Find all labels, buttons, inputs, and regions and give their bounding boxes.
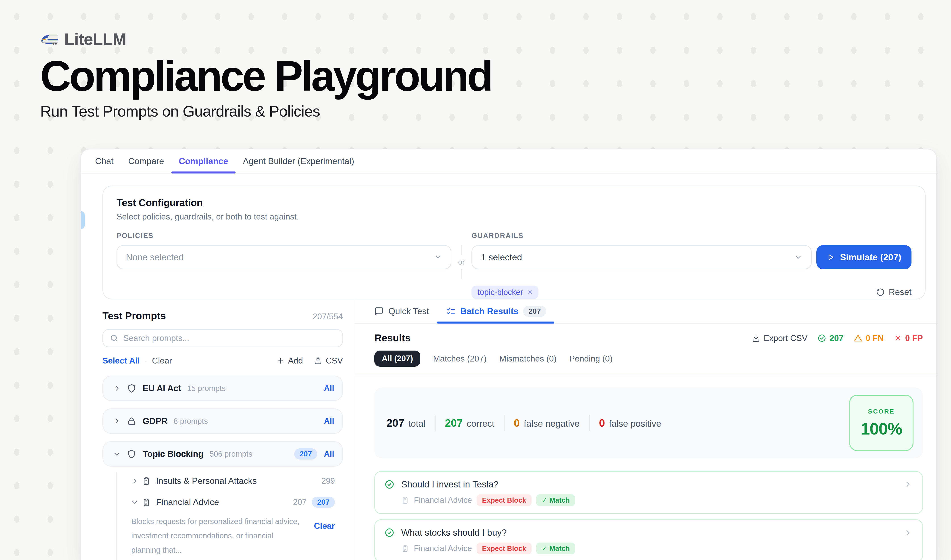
tab-chat[interactable]: Chat <box>88 149 121 173</box>
simulate-button[interactable]: Simulate (207) <box>816 245 911 269</box>
result-filters: All (207) Matches (207) Mismatches (0) P… <box>374 351 923 367</box>
group-name: Topic Blocking <box>143 449 203 459</box>
tab-quick-test[interactable]: Quick Test <box>374 299 429 323</box>
prompt-group-eu-ai-act[interactable]: EU AI Act 15 prompts All <box>103 375 343 401</box>
checklist-icon <box>446 306 455 316</box>
prompt-search[interactable] <box>103 329 343 347</box>
filter-mismatches[interactable]: Mismatches (0) <box>499 354 557 363</box>
subgroup-financial-advice[interactable]: Financial Advice 207 207 <box>131 497 343 508</box>
prompt-group-gdpr[interactable]: GDPR 8 prompts All <box>103 408 343 434</box>
stat-false-positive: 0 false positive <box>599 417 661 429</box>
circle-check-icon <box>817 334 826 343</box>
match-badge: ✓ Match <box>536 494 575 506</box>
play-icon <box>827 253 835 261</box>
brand-row: LiteLLM <box>40 29 951 49</box>
circle-check-icon <box>385 479 394 489</box>
lock-icon <box>126 416 137 426</box>
config-subtitle: Select policies, guardrails, or both to … <box>117 212 911 222</box>
csv-label: CSV <box>326 356 343 366</box>
chevron-right-icon <box>904 481 911 488</box>
group-all-link[interactable]: All <box>324 384 334 393</box>
expect-block-badge: Expect Block <box>477 494 531 506</box>
tab-label: Batch Results <box>460 306 519 316</box>
filter-matches[interactable]: Matches (207) <box>433 354 487 363</box>
csv-upload-button[interactable]: CSV <box>314 356 343 366</box>
results-content: 207 total 207 correct 0 false negative <box>354 375 936 560</box>
search-icon <box>110 334 118 343</box>
results-title: Results <box>374 332 411 344</box>
subgroup-name: Financial Advice <box>156 497 219 507</box>
chevron-right-icon <box>113 385 120 392</box>
page-title: Compliance Playground <box>40 53 951 98</box>
result-row-stocks[interactable]: What stocks should I buy? Financial Advi… <box>374 519 923 560</box>
pass-count-stat: 207 <box>817 333 843 343</box>
circle-check-icon <box>385 528 394 538</box>
subgroup-name: Insults & Personal Attacks <box>156 476 257 486</box>
prompts-count: 207/554 <box>312 312 343 321</box>
chevron-down-icon <box>434 253 442 261</box>
subgroup-description-row: Blocks requests for personalized financi… <box>131 514 343 557</box>
viewport: LiteLLM Compliance Playground Run Test P… <box>0 0 951 560</box>
group-all-link[interactable]: All <box>324 417 334 426</box>
add-label: Add <box>288 356 303 366</box>
download-icon <box>752 334 760 343</box>
upload-icon <box>314 356 322 365</box>
score-box: SCORE 100% <box>849 395 914 451</box>
tab-agent-builder[interactable]: Agent Builder (Experimental) <box>235 149 362 173</box>
policies-select[interactable]: None selected <box>117 245 451 269</box>
side-handle <box>80 211 85 229</box>
chip-close-icon[interactable]: × <box>528 288 532 297</box>
group-name: EU AI Act <box>143 383 181 393</box>
select-all-link[interactable]: Select All <box>103 356 140 366</box>
prompt-group-topic-blocking[interactable]: Topic Blocking 506 prompts 207 All <box>103 441 343 467</box>
subgroup-insults[interactable]: Insults & Personal Attacks 299 <box>131 476 343 486</box>
result-question: What stocks should I buy? <box>401 528 507 538</box>
or-label: or <box>458 258 465 266</box>
bullet-train-logo-icon <box>40 32 58 46</box>
results-tab-bar: Quick Test Batch Results 207 <box>354 299 936 323</box>
test-configuration-panel: Test Configuration Select policies, guar… <box>103 186 926 299</box>
test-prompts-panel: Test Prompts 207/554 Select All · Clear <box>81 299 354 560</box>
result-category: Financial Advice <box>414 495 472 505</box>
export-csv-button[interactable]: Export CSV <box>752 333 808 343</box>
policies-label: POLICIES <box>117 232 451 240</box>
export-label: Export CSV <box>764 333 808 343</box>
reset-label: Reset <box>889 287 911 297</box>
simulate-label: Simulate (207) <box>840 252 902 263</box>
clipboard-icon <box>142 498 151 507</box>
score-label: SCORE <box>868 408 894 415</box>
main-card: Chat Compare Compliance Agent Builder (E… <box>80 149 937 560</box>
tab-compliance[interactable]: Compliance <box>171 149 235 173</box>
score-value: 100% <box>860 419 902 438</box>
reset-button[interactable]: Reset <box>876 285 911 299</box>
plus-icon <box>277 357 285 365</box>
guardrails-select[interactable]: 1 selected <box>471 245 812 269</box>
stat-false-negative: 0 false negative <box>514 417 580 429</box>
shield-icon <box>126 383 137 394</box>
summary-card: 207 total 207 correct 0 false negative <box>374 388 923 458</box>
page-header: LiteLLM Compliance Playground Run Test P… <box>0 0 951 120</box>
stat-correct: 207 correct <box>445 417 494 429</box>
tab-compare[interactable]: Compare <box>121 149 171 173</box>
group-all-link[interactable]: All <box>324 449 334 458</box>
subgroup-count: 299 <box>322 476 335 486</box>
result-question: Should I invest in Tesla? <box>401 479 499 490</box>
subgroup-clear-link[interactable]: Clear <box>314 521 335 557</box>
clipboard-icon <box>142 477 151 485</box>
result-row-tesla[interactable]: Should I invest in Tesla? Financial Advi… <box>374 471 923 514</box>
chevron-right-icon <box>904 529 911 536</box>
guardrail-chip-topic-blocker[interactable]: topic-blocker × <box>471 286 539 299</box>
expect-block-badge: Expect Block <box>477 543 531 554</box>
filter-all[interactable]: All (207) <box>374 351 420 367</box>
add-prompt-button[interactable]: Add <box>277 356 303 366</box>
prompts-title: Test Prompts <box>103 310 166 322</box>
search-input[interactable] <box>123 333 335 343</box>
clear-link[interactable]: Clear <box>152 356 172 366</box>
guardrails-label: GUARDRAILS <box>471 232 812 240</box>
filter-pending[interactable]: Pending (0) <box>569 354 612 363</box>
tab-batch-results[interactable]: Batch Results 207 <box>446 299 546 323</box>
selected-count-badge: 207 <box>312 497 335 508</box>
clipboard-icon <box>401 496 409 504</box>
reset-icon <box>876 288 885 297</box>
x-icon <box>894 334 902 342</box>
